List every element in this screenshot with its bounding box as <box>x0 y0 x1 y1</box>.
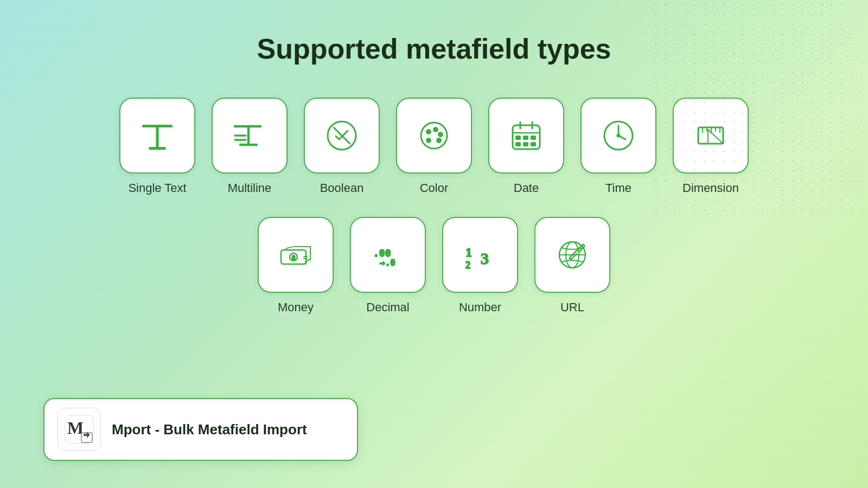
svg-point-15 <box>426 138 431 143</box>
icon-item-multiline: Multiline <box>212 98 288 195</box>
svg-text:$: $ <box>292 254 295 261</box>
url-icon <box>553 236 591 274</box>
svg-point-10 <box>421 123 447 149</box>
date-label: Date <box>514 181 539 195</box>
icon-item-number: 1 2 3 Number <box>442 217 518 314</box>
dimension-label: Dimension <box>682 181 739 195</box>
color-icon <box>415 117 453 155</box>
svg-rect-22 <box>531 136 535 139</box>
icon-item-boolean: Boolean <box>304 98 380 195</box>
icon-item-single-text: Single Text <box>119 98 195 195</box>
dimension-box <box>673 98 749 174</box>
svg-text:3: 3 <box>481 249 489 267</box>
icon-item-decimal: .00 →.0 Decimal <box>350 217 426 314</box>
money-box: $ <box>258 217 334 293</box>
svg-rect-20 <box>516 136 520 139</box>
svg-text:.00: .00 <box>373 247 391 259</box>
single-text-label: Single Text <box>128 181 186 195</box>
svg-point-29 <box>617 134 620 137</box>
icons-section: Single Text Multiline <box>22 98 846 314</box>
icon-item-date: Date <box>488 98 564 195</box>
svg-point-14 <box>437 138 441 143</box>
dimension-icon <box>692 117 730 155</box>
page-title: Supported metafield types <box>257 33 611 65</box>
decimal-box: .00 →.0 <box>350 217 426 293</box>
app-logo-icon: M <box>63 413 95 446</box>
icon-item-dimension: Dimension <box>673 98 749 195</box>
money-label: Money <box>278 300 314 314</box>
single-text-icon <box>138 116 177 155</box>
icon-row-2: $ Money .00 →.0 <box>258 217 610 314</box>
number-icon: 1 2 3 <box>461 236 499 274</box>
svg-rect-24 <box>524 143 528 146</box>
multiline-box <box>212 98 288 174</box>
page-wrapper: Supported metafield types Single Text <box>0 0 868 488</box>
single-text-box <box>119 98 195 174</box>
url-label: URL <box>560 300 584 314</box>
number-box: 1 2 3 <box>442 217 518 293</box>
boolean-icon <box>323 117 361 155</box>
multiline-label: Multiline <box>228 181 272 195</box>
app-name: Mport - Bulk Metafield Import <box>112 421 307 438</box>
date-box <box>488 98 564 174</box>
time-box <box>580 98 656 174</box>
number-label: Number <box>459 300 501 314</box>
svg-text:2: 2 <box>465 260 470 271</box>
svg-rect-21 <box>524 136 528 139</box>
svg-point-12 <box>433 127 438 132</box>
money-icon: $ <box>277 236 315 274</box>
url-box <box>534 217 610 293</box>
boolean-label: Boolean <box>320 181 364 195</box>
color-label: Color <box>420 181 449 195</box>
svg-rect-23 <box>516 143 520 146</box>
icon-item-money: $ Money <box>258 217 334 314</box>
svg-text:1: 1 <box>465 245 472 259</box>
boolean-box <box>304 98 380 174</box>
svg-point-13 <box>438 132 443 137</box>
multiline-icon <box>231 117 269 155</box>
svg-text:→.0: →.0 <box>380 258 395 268</box>
svg-rect-25 <box>531 143 535 146</box>
date-icon <box>507 117 545 155</box>
decimal-icon: .00 →.0 <box>369 236 407 274</box>
decimal-label: Decimal <box>366 300 409 314</box>
color-box <box>396 98 472 174</box>
svg-marker-36 <box>708 130 723 144</box>
app-logo: M <box>58 408 101 451</box>
icon-row-1: Single Text Multiline <box>119 98 749 195</box>
app-card: M Mport - Bulk Metafield Import <box>43 398 358 461</box>
time-label: Time <box>605 181 631 195</box>
svg-point-11 <box>426 130 431 134</box>
icon-item-color: Color <box>396 98 472 195</box>
time-icon <box>599 117 637 155</box>
icon-item-url: URL <box>534 217 610 314</box>
icon-item-time: Time <box>580 98 656 195</box>
